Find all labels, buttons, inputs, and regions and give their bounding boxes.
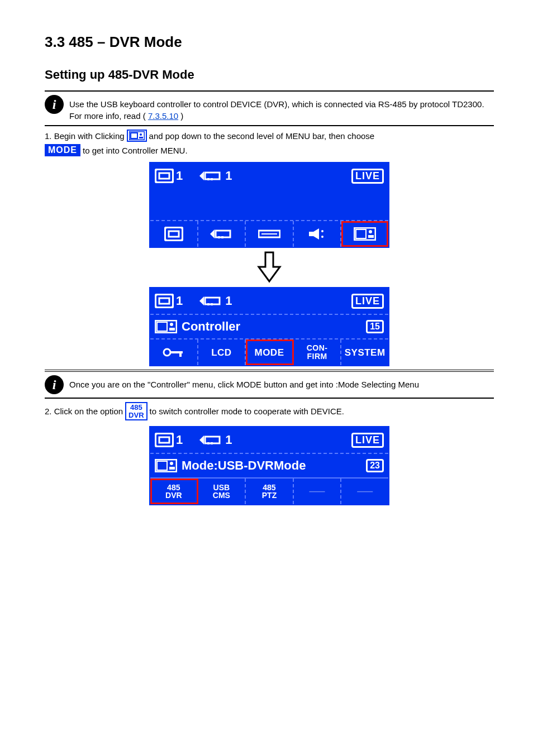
section-header: Setting up 485-DVR Mode: [45, 68, 494, 82]
svg-marker-27: [199, 296, 204, 305]
lcd-panel-3: 1 1 LIVE Mode:USB-DVRMode 23 485DVR USBC…: [149, 426, 389, 505]
intro-line-1: 1. Begin with Clicking and pop down to t…: [45, 130, 494, 142]
intro2-line: 2. Click on the option 485DVR to switch …: [45, 402, 494, 420]
svg-rect-4: [155, 169, 173, 183]
mode-485-dvr[interactable]: 485DVR: [150, 479, 198, 504]
rule-mid-2: [45, 398, 494, 399]
svg-rect-11: [169, 231, 179, 237]
svg-rect-47: [169, 467, 175, 470]
lcd2-content-label: Controller: [182, 319, 240, 334]
arrow-down-icon: [45, 251, 494, 284]
svg-rect-38: [155, 433, 173, 447]
lcd3-mode-row: 485DVR USBCMS 485PTZ —— ——: [150, 477, 388, 504]
live-badge: LIVE: [351, 169, 384, 184]
lcd1-button-row: [150, 220, 388, 247]
svg-rect-24: [368, 235, 374, 238]
lcd3-content-label: Mode:USB-DVRMode: [182, 458, 306, 473]
lcd3-status: 1 1 LIVE: [150, 427, 388, 453]
intro2-before: 2. Click on the option: [45, 406, 123, 416]
mode-usb-cms[interactable]: USBCMS: [198, 479, 246, 504]
svg-rect-26: [159, 298, 169, 304]
btn-system[interactable]: SYSTEM: [341, 339, 388, 365]
lcd2-monitor-num: 1: [176, 294, 183, 308]
intro-line1-after: and pop down to the second level of MENU…: [149, 131, 375, 141]
svg-rect-1: [131, 133, 137, 138]
info1-after: ): [180, 111, 183, 121]
btn-lcd[interactable]: LCD: [198, 339, 246, 365]
btn-monitor[interactable]: [150, 221, 198, 247]
info2-text: Once you are on the "Controller" menu, c…: [69, 380, 419, 389]
svg-rect-10: [165, 227, 183, 241]
svg-point-20: [321, 236, 323, 238]
rule-double-1: [45, 370, 494, 372]
svg-point-33: [170, 323, 173, 326]
rule-mid-1: [45, 125, 494, 126]
btn-key[interactable]: [150, 339, 198, 365]
info-block-2: i Once you are on the "Controller" menu,…: [45, 375, 494, 394]
svg-rect-29: [207, 303, 210, 305]
svg-marker-6: [199, 171, 204, 180]
lcd2-status: 1 1 LIVE: [150, 288, 388, 314]
live-badge-2: LIVE: [351, 294, 384, 309]
info-icon-2: i: [45, 375, 64, 394]
svg-rect-43: [211, 442, 213, 444]
svg-point-2: [140, 133, 142, 136]
info-block-1: i Use the USB keyboard controller to con…: [45, 95, 494, 122]
mode-485-ptz[interactable]: 485PTZ: [246, 479, 294, 504]
monitor-badge-2: 1: [155, 294, 183, 308]
btn-projector[interactable]: [198, 221, 246, 247]
lcd-panel-2: 1 1 LIVE Controller 15 LCD MODE CON-FIRM…: [149, 287, 389, 366]
svg-rect-8: [207, 178, 210, 180]
controller-icon: [155, 320, 177, 333]
lcd2-content-badge: 15: [366, 320, 384, 333]
lcd1-status: 1 1 LIVE: [150, 163, 388, 189]
svg-rect-45: [157, 461, 167, 470]
proj-badge: 1: [198, 169, 232, 183]
svg-marker-12: [210, 229, 215, 238]
intro-line1-before: 1. Begin with Clicking: [45, 131, 125, 141]
controller-icon-chip: [127, 130, 147, 142]
intro-line-2: MODE to get into Controller MENU.: [45, 144, 494, 156]
lcd2-button-row: LCD MODE CON-FIRM SYSTEM: [150, 338, 388, 365]
mode-empty-2: ——: [341, 479, 388, 504]
btn-controller[interactable]: [341, 221, 388, 247]
svg-point-23: [369, 230, 372, 233]
btn-speaker[interactable]: [294, 221, 342, 247]
btn-keyboard[interactable]: [246, 221, 294, 247]
info-text-1: Use the USB keyboard controller to contr…: [69, 95, 494, 122]
info-text-2: Once you are on the "Controller" menu, c…: [69, 375, 419, 390]
svg-rect-3: [139, 137, 143, 138]
intro2-after: to switch controller mode to cooperate w…: [150, 406, 345, 416]
proj-badge-3: 1: [198, 433, 232, 447]
svg-rect-14: [218, 236, 220, 238]
lcd1-monitor-num: 1: [176, 169, 183, 183]
svg-point-35: [164, 349, 170, 356]
mode-empty-1: ——: [294, 479, 342, 504]
monitor-badge: 1: [155, 169, 183, 183]
svg-rect-30: [211, 303, 213, 305]
svg-point-19: [321, 230, 323, 232]
svg-rect-5: [159, 173, 169, 179]
rule-top: [45, 90, 494, 92]
svg-rect-39: [159, 437, 169, 443]
intro-line2-after: to get into Controller MENU.: [83, 146, 188, 155]
lcd3-content-badge: 23: [366, 459, 384, 472]
svg-marker-40: [199, 436, 204, 444]
btn-mode[interactable]: MODE: [246, 339, 294, 365]
svg-marker-18: [309, 228, 319, 240]
svg-rect-32: [157, 322, 167, 331]
lcd3-proj-num: 1: [225, 433, 232, 447]
proj-badge-2: 1: [198, 294, 232, 308]
lcd1-gap: [150, 189, 388, 220]
svg-rect-42: [207, 442, 210, 444]
btn-confirm[interactable]: CON-FIRM: [294, 339, 342, 365]
svg-rect-25: [155, 294, 173, 308]
lcd3-content: Mode:USB-DVRMode 23: [150, 453, 388, 477]
info1-before: Use the USB keyboard controller to contr…: [69, 99, 484, 121]
lcd2-proj-num: 1: [225, 294, 232, 308]
dvr485-chip: 485DVR: [125, 402, 147, 420]
info1-link[interactable]: 7.3.5.10: [148, 111, 178, 121]
lcd-panel-1: 1 1 LIVE: [149, 162, 389, 248]
svg-rect-34: [169, 328, 175, 331]
lcd2-content: Controller 15: [150, 314, 388, 338]
